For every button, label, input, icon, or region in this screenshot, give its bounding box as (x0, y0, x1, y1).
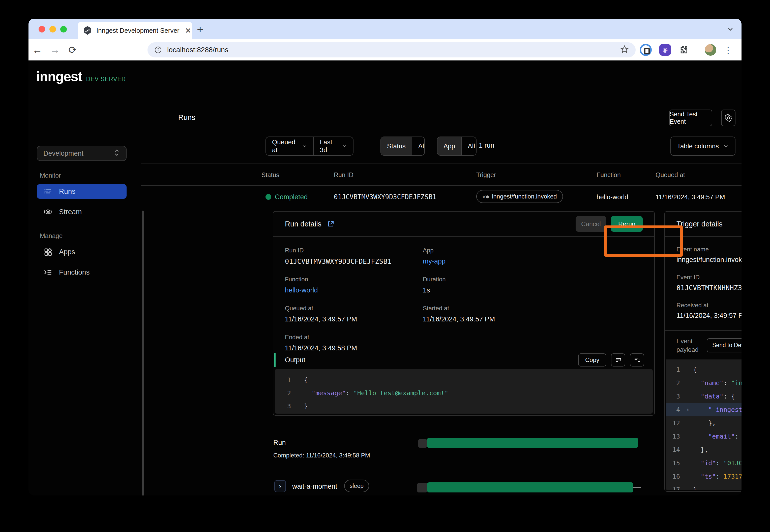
run-detail-field: Functionhello-world (285, 276, 423, 294)
trigger-details-title: Trigger details (677, 220, 723, 228)
code-token: { (693, 363, 697, 376)
fullscreen-window-button[interactable] (60, 26, 67, 32)
fold-gutter (683, 363, 693, 376)
send-to-dev-server-button[interactable]: Send to Dev Server (707, 338, 742, 352)
event-payload-header: Event payload Send to Dev Server Copy (665, 331, 742, 359)
run-details-title: Run details (285, 220, 322, 228)
sidebar-item-apps[interactable]: Apps (37, 245, 126, 259)
fold-gutter (294, 400, 304, 413)
app-filter-value[interactable]: All (461, 137, 476, 155)
filters-divider (141, 163, 742, 163)
field-value: inngest/function.invoked (677, 256, 742, 264)
event-payload-label: Event payload (677, 337, 703, 354)
fold-gutter (294, 387, 304, 400)
line-number: 15 (666, 456, 683, 470)
code-line: 2 "message": "Hello test@example.com!" (275, 387, 653, 400)
browser-menu-icon[interactable]: ⋮ (724, 45, 732, 55)
minimize-window-button[interactable] (49, 26, 56, 32)
col-trigger: Trigger (476, 171, 496, 179)
sidebar-item-functions[interactable]: Functions (37, 265, 126, 280)
step-queue-stub (417, 483, 427, 492)
main-scrollbar[interactable] (142, 211, 144, 495)
output-code-block[interactable]: 1 {2 "message": "Hello test@example.com!… (275, 369, 653, 414)
run-completed-text: Completed: 11/16/2024, 3:49:58 PM (273, 452, 370, 459)
payload-code-block[interactable]: 1 {2 "name": "inngest/function.invoked",… (666, 359, 742, 490)
run-count: 1 run (479, 142, 494, 149)
code-token: : (346, 387, 354, 400)
code-line: 16 "ts": 1731790197587 (666, 470, 742, 483)
settings-gear-button[interactable] (721, 110, 735, 126)
table-header-divider (141, 185, 742, 186)
dev-server-badge: DEV SERVER (86, 76, 126, 83)
forward-button[interactable]: → (46, 44, 64, 56)
step-kind-badge: sleep (344, 480, 369, 492)
code-token: : { (723, 390, 735, 403)
status-filter[interactable]: Status All (380, 137, 425, 156)
sidebar-item-stream[interactable]: Stream (37, 205, 126, 219)
field-value: 01JCVBTMV3WXY9D3CFDEJFZSB1 (285, 257, 423, 265)
send-test-event-button[interactable]: Send Test Event (669, 110, 712, 126)
address-bar[interactable]: localhost:8288/runs (147, 42, 636, 57)
field-label: Queued at (285, 305, 423, 312)
table-columns-button[interactable]: Table columns (670, 137, 735, 156)
row-function: hello-world (597, 193, 628, 201)
run-details-fields: Run ID01JCVBTMV3WXY9D3CFDEJFZSB1Appmy-ap… (273, 237, 654, 353)
code-token: { (304, 374, 308, 387)
chevron-down-icon (723, 143, 729, 149)
status-filter-value[interactable]: All (412, 137, 425, 155)
site-info-icon[interactable] (154, 46, 162, 54)
inngest-logo: inngest (36, 69, 82, 84)
trigger-detail-field: Received at11/16/2024, 3:49:57 PM (677, 302, 742, 320)
profile-avatar[interactable] (705, 44, 716, 56)
field-label: App (423, 247, 643, 254)
code-token: "id" (693, 456, 716, 470)
bookmark-star-icon[interactable] (620, 45, 629, 54)
field-value-link[interactable]: hello-world (285, 286, 423, 294)
browser-tab[interactable]: Inngest Development Server ✕ (78, 22, 192, 39)
new-tab-button[interactable]: + (197, 23, 204, 36)
trigger-pill[interactable]: «● inngest/function.invoked (476, 190, 563, 203)
external-link-icon[interactable] (327, 220, 335, 228)
line-number: 2 (275, 387, 294, 400)
word-wrap-icon[interactable] (611, 353, 625, 367)
sidebar-item-label: Apps (59, 248, 75, 256)
cancel-button[interactable]: Cancel (575, 216, 607, 232)
time-range-select[interactable]: Last 3d (313, 137, 353, 155)
select-carets-icon (113, 148, 120, 159)
time-field-select[interactable]: Queued at (266, 137, 313, 155)
tab-strip: Inngest Development Server ✕ + (28, 19, 742, 39)
field-value-link[interactable]: my-app (423, 257, 643, 265)
extensions-puzzle-icon[interactable] (679, 45, 689, 55)
code-token: : (723, 376, 731, 390)
back-button[interactable]: ← (28, 44, 46, 56)
close-window-button[interactable] (39, 26, 45, 32)
step-expand-chevron[interactable]: › (274, 480, 286, 492)
code-token: "_inngest" (693, 403, 742, 416)
environment-select[interactable]: Development (37, 146, 126, 161)
fold-gutter (683, 483, 693, 490)
section-label-manage: Manage (40, 232, 62, 240)
tab-title: Inngest Development Server (96, 27, 179, 35)
line-number: 3 (666, 390, 683, 403)
run-timeline-bar[interactable] (427, 438, 638, 448)
field-label: Event ID (677, 274, 742, 281)
fold-chevron-icon[interactable]: › (683, 403, 693, 416)
rerun-button[interactable]: Rerun (611, 216, 643, 232)
extension-icon[interactable]: ◉ (659, 44, 671, 56)
inngest-favicon-icon (83, 26, 92, 35)
password-extension-icon[interactable] (640, 44, 652, 56)
tab-search-chevron-icon[interactable] (725, 24, 736, 34)
code-token: : (716, 456, 723, 470)
page-title: Runs (178, 113, 196, 122)
step-timeline-bar[interactable] (427, 482, 633, 492)
tab-close-icon[interactable]: ✕ (184, 26, 192, 35)
environment-select-value: Development (43, 150, 83, 157)
app-filter[interactable]: App All (437, 137, 476, 156)
code-token: "ts" (693, 470, 716, 483)
field-label: Function (285, 276, 423, 283)
time-filter[interactable]: Queued at Last 3d (266, 137, 354, 156)
expand-lines-icon[interactable] (630, 353, 644, 367)
copy-output-button[interactable]: Copy (578, 353, 607, 367)
reload-button[interactable]: ⟳ (64, 44, 81, 56)
sidebar-item-runs[interactable]: Runs (37, 184, 126, 199)
